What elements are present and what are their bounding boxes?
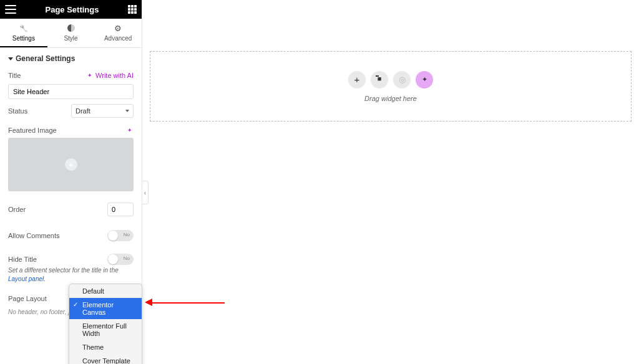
tab-advanced[interactable]: Advanced	[94, 19, 142, 47]
page-layout-label: Page Layout	[8, 295, 47, 302]
globe-button[interactable]	[393, 71, 411, 89]
drop-zone-buttons	[348, 71, 433, 89]
tab-label: Style	[64, 35, 77, 42]
order-row: Order	[8, 191, 134, 221]
hide-title-row: Hide Title No	[8, 246, 134, 266]
tab-style[interactable]: Style	[47, 19, 95, 47]
write-with-ai-link[interactable]: Write with AI	[87, 72, 134, 79]
featured-image-upload[interactable]: +	[8, 138, 134, 191]
tab-settings[interactable]: Settings	[0, 19, 47, 47]
featured-image-label: Featured Image	[8, 127, 57, 134]
hide-title-toggle[interactable]: No	[107, 254, 134, 265]
folder-button[interactable]	[371, 71, 388, 89]
general-settings-section: General Settings Title Write with AI Sta…	[0, 48, 142, 322]
section-title: General Settings	[16, 54, 75, 63]
add-widget-button[interactable]	[348, 71, 366, 89]
widget-drop-zone[interactable]: Drag widget here	[150, 51, 632, 122]
comments-toggle[interactable]: No	[107, 230, 134, 241]
chevron-down-icon	[125, 110, 129, 112]
sidebar-title: Page Settings	[46, 5, 99, 14]
title-input[interactable]	[8, 84, 134, 99]
menu-icon[interactable]	[5, 5, 16, 14]
layout-panel-link[interactable]: Layout panel	[8, 275, 44, 282]
page-layout-dropdown: Default Elementor Canvas Elementor Full …	[69, 284, 142, 364]
comments-row: Allow Comments No	[8, 221, 134, 246]
wrench-icon	[19, 24, 28, 32]
title-label: Title	[8, 72, 21, 79]
title-row: Title Write with AI	[8, 67, 134, 84]
widgets-grid-icon[interactable]	[128, 5, 137, 14]
notification-dot-icon	[15, 2, 20, 3]
gear-icon	[114, 24, 122, 32]
sparkle-icon	[87, 72, 94, 79]
plus-circle-icon: +	[65, 158, 77, 171]
tab-label: Advanced	[104, 35, 132, 42]
order-label: Order	[8, 206, 26, 213]
status-label: Status	[8, 107, 27, 115]
section-toggle[interactable]: General Settings	[8, 54, 134, 67]
layout-option-elementor-full-width[interactable]: Elementor Full Width	[69, 319, 142, 340]
status-row: Status Draft	[8, 99, 134, 123]
layout-option-elementor-canvas[interactable]: Elementor Canvas	[69, 298, 142, 319]
ai-button[interactable]	[416, 71, 433, 89]
contrast-icon	[67, 24, 76, 32]
layout-option-default[interactable]: Default	[69, 284, 142, 298]
tab-label: Settings	[12, 35, 35, 42]
settings-tabs: Settings Style Advanced	[0, 19, 142, 48]
order-input[interactable]	[107, 203, 134, 216]
sidebar-header: Page Settings	[0, 0, 142, 19]
status-select[interactable]: Draft	[71, 104, 134, 118]
canvas-area: Drag widget here	[142, 0, 639, 364]
hide-title-hint: Set a different selector for the title i…	[8, 266, 134, 284]
layout-option-cover-template[interactable]: Cover Template	[69, 354, 142, 364]
caret-down-icon	[8, 57, 13, 60]
hide-title-label: Hide Title	[8, 256, 37, 263]
plus-icon	[354, 74, 360, 85]
ai-sparkle-icon[interactable]	[127, 127, 134, 133]
drop-zone-text: Drag widget here	[364, 95, 417, 102]
layout-option-theme[interactable]: Theme	[69, 340, 142, 354]
annotation-arrow	[145, 299, 225, 307]
comments-label: Allow Comments	[8, 232, 60, 239]
featured-image-row: Featured Image	[8, 123, 134, 138]
